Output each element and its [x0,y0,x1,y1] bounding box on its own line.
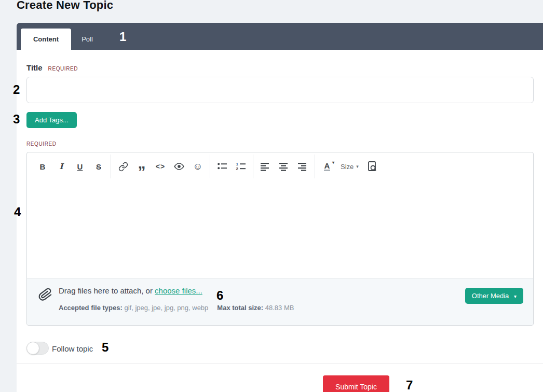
editor-required-row: REQUIRED [26,141,57,147]
follow-topic-toggle[interactable] [26,342,49,355]
toolbar-group-align [253,155,315,178]
title-label: Title [26,63,43,72]
caret-down-icon: ▾ [514,293,517,299]
submit-topic-button[interactable]: Submit Topic [323,375,389,392]
italic-button[interactable]: I [52,157,71,176]
tab-bar: Content Poll [17,23,543,50]
annotation-5: 5 [102,341,108,354]
bulleted-list-button[interactable] [213,157,232,176]
align-right-icon [298,162,307,171]
max-size-label: Max total size: [217,304,265,312]
align-center-icon [279,162,289,171]
toggle-knob [26,342,39,355]
caret-down-icon: ▾ [356,164,359,169]
editor-content-area[interactable] [27,180,533,278]
rich-text-editor: B I U S ” <> [26,152,534,326]
numbered-list-icon: 1 2 [236,161,246,172]
annotation-3: 3 [13,113,20,125]
annotation-7: 7 [406,379,413,391]
annotation-4: 4 [14,206,21,218]
strikethrough-button[interactable]: S [89,157,108,176]
link-button[interactable] [114,157,132,176]
numbered-list-button[interactable]: 1 2 [232,157,250,176]
title-label-row: Title REQUIRED [26,63,78,72]
editor-toolbar: B I U S ” <> [27,152,533,180]
spoiler-button[interactable] [170,157,188,176]
emoji-icon: ☺ [193,161,202,172]
svg-text:1: 1 [236,162,239,166]
add-tags-button[interactable]: Add Tags... [26,112,77,128]
other-media-button[interactable]: Other Media ▾ [465,288,523,304]
title-input[interactable] [26,77,534,103]
follow-topic-label: Follow topic [52,344,93,353]
eye-icon [174,161,184,172]
attachment-area: Drag files here to attach, or choose fil… [27,278,533,325]
drag-files-label: Drag files here to attach, or [59,286,155,295]
align-center-button[interactable] [275,157,293,176]
link-icon [118,162,128,172]
align-right-button[interactable] [293,157,312,176]
caret-down-icon: ▾ [332,160,334,165]
editor-required-badge: REQUIRED [26,141,57,147]
underline-button[interactable]: U [71,157,89,176]
drag-files-text: Drag files here to attach, or choose fil… [59,286,202,295]
accepted-types-label: Accepted file types: [59,304,124,312]
footer-divider [17,363,543,363]
create-topic-panel: Content Poll Title REQUIRED Add Tags... … [17,23,543,392]
align-left-icon [261,162,270,171]
annotation-2: 2 [13,83,20,96]
code-button[interactable]: <> [151,157,170,176]
code-icon: <> [156,162,165,171]
align-left-button[interactable] [256,157,275,176]
quote-button[interactable]: ” [132,157,151,176]
bold-button[interactable]: B [33,157,52,176]
toolbar-group-text: A ▾ Size ▾ [315,155,384,178]
choose-files-link[interactable]: choose files... [155,286,202,295]
font-color-button[interactable]: A ▾ [318,157,336,176]
toolbar-group-lists: 1 2 [210,155,253,178]
emoji-button[interactable]: ☺ [188,157,207,176]
annotation-1: 1 [119,31,126,43]
paperclip-icon [37,286,53,303]
preview-icon [367,161,377,172]
font-color-icon: A [324,162,331,171]
max-size-value: 48.83 MB [265,304,294,312]
bulleted-list-icon [217,161,227,172]
svg-text:2: 2 [236,166,239,171]
annotation-6: 6 [216,289,223,302]
accepted-types-value: gif, jpeg, jpe, jpg, png, webp [124,304,208,312]
toolbar-group-insert: ” <> ☺ [111,155,210,178]
title-required-badge: REQUIRED [48,66,78,72]
tab-content[interactable]: Content [21,29,71,50]
other-media-label: Other Media [472,292,509,300]
font-size-label: Size [341,163,354,171]
preview-button[interactable] [363,157,382,176]
font-size-dropdown[interactable]: Size ▾ [336,157,363,176]
page-title: Create New Topic [17,0,113,12]
toolbar-group-format: B I U S [31,155,111,178]
file-restrictions-text: Accepted file types: gif, jpeg, jpe, jpg… [59,304,294,312]
tab-poll[interactable]: Poll [66,29,108,50]
